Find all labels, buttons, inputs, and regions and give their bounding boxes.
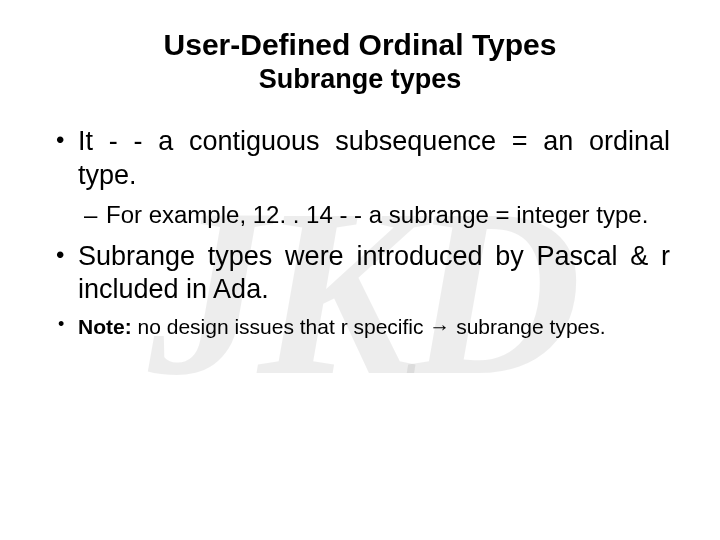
sub-bullet-item: For example, 12. . 14 - - a subrange = i… [50, 199, 670, 230]
slide-title: User-Defined Ordinal Types [50, 28, 670, 62]
note-label: Note: [78, 315, 132, 338]
arrow-icon: → [429, 315, 450, 338]
bullet-list: It - - a contiguous subsequence = an ord… [50, 125, 670, 340]
note-tail: subrange types. [450, 315, 605, 338]
note-item: Note: no design issues that r specific →… [50, 313, 670, 340]
bullet-item: It - - a contiguous subsequence = an ord… [50, 125, 670, 193]
note-text: no design issues that r specific [132, 315, 430, 338]
slide-subtitle: Subrange types [50, 64, 670, 95]
bullet-item: Subrange types were introduced by Pascal… [50, 240, 670, 308]
slide-content: User-Defined Ordinal Types Subrange type… [0, 0, 720, 340]
